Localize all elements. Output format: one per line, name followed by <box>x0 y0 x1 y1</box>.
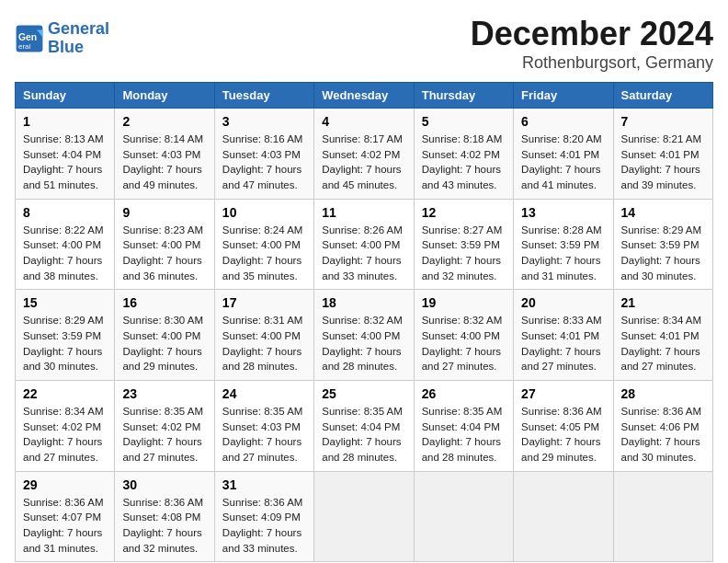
day-detail: Sunrise: 8:26 AM Sunset: 4:00 PM Dayligh… <box>322 223 405 284</box>
calendar-cell: 6Sunrise: 8:20 AM Sunset: 4:01 PM Daylig… <box>514 109 613 200</box>
dow-monday: Monday <box>115 83 214 109</box>
day-number: 31 <box>222 477 306 492</box>
calendar-cell: 13Sunrise: 8:28 AM Sunset: 3:59 PM Dayli… <box>514 199 613 290</box>
day-detail: Sunrise: 8:13 AM Sunset: 4:04 PM Dayligh… <box>23 132 107 193</box>
calendar-cell: 16Sunrise: 8:30 AM Sunset: 4:00 PM Dayli… <box>115 290 214 381</box>
day-detail: Sunrise: 8:34 AM Sunset: 4:01 PM Dayligh… <box>621 313 705 374</box>
dow-wednesday: Wednesday <box>314 83 414 109</box>
day-number: 16 <box>122 295 206 310</box>
day-number: 8 <box>23 205 107 220</box>
day-number: 17 <box>222 295 306 310</box>
day-number: 20 <box>521 295 605 310</box>
day-detail: Sunrise: 8:32 AM Sunset: 4:00 PM Dayligh… <box>422 313 506 374</box>
day-detail: Sunrise: 8:36 AM Sunset: 4:05 PM Dayligh… <box>521 404 605 465</box>
day-number: 22 <box>23 386 107 401</box>
day-number: 25 <box>322 386 405 401</box>
calendar-cell: 4Sunrise: 8:17 AM Sunset: 4:02 PM Daylig… <box>314 109 414 200</box>
day-number: 6 <box>521 114 605 129</box>
day-detail: Sunrise: 8:14 AM Sunset: 4:03 PM Dayligh… <box>122 132 206 193</box>
dow-saturday: Saturday <box>613 83 712 109</box>
week-row-4: 22Sunrise: 8:34 AM Sunset: 4:02 PM Dayli… <box>16 381 713 472</box>
day-detail: Sunrise: 8:28 AM Sunset: 3:59 PM Dayligh… <box>521 223 605 284</box>
calendar-title: December 2024 <box>471 15 713 53</box>
calendar-cell: 27Sunrise: 8:36 AM Sunset: 4:05 PM Dayli… <box>514 381 613 472</box>
logo: Gen eral General Blue <box>15 20 109 57</box>
day-number: 15 <box>23 295 107 310</box>
day-number: 5 <box>422 114 506 129</box>
day-detail: Sunrise: 8:16 AM Sunset: 4:03 PM Dayligh… <box>222 132 306 193</box>
day-detail: Sunrise: 8:35 AM Sunset: 4:04 PM Dayligh… <box>322 404 405 465</box>
day-detail: Sunrise: 8:29 AM Sunset: 3:59 PM Dayligh… <box>621 223 705 284</box>
day-number: 12 <box>422 205 506 220</box>
day-number: 19 <box>422 295 506 310</box>
day-number: 4 <box>322 114 405 129</box>
day-number: 13 <box>521 205 605 220</box>
day-detail: Sunrise: 8:36 AM Sunset: 4:07 PM Dayligh… <box>23 495 107 557</box>
calendar-cell: 10Sunrise: 8:24 AM Sunset: 4:00 PM Dayli… <box>214 199 313 290</box>
day-number: 26 <box>422 386 506 401</box>
calendar-cell: 25Sunrise: 8:35 AM Sunset: 4:04 PM Dayli… <box>314 381 414 472</box>
day-detail: Sunrise: 8:36 AM Sunset: 4:06 PM Dayligh… <box>621 404 705 465</box>
calendar-cell: 2Sunrise: 8:14 AM Sunset: 4:03 PM Daylig… <box>115 109 214 200</box>
calendar-cell: 22Sunrise: 8:34 AM Sunset: 4:02 PM Dayli… <box>16 381 115 472</box>
calendar-cell: 18Sunrise: 8:32 AM Sunset: 4:00 PM Dayli… <box>314 290 414 381</box>
page-header: Gen eral General Blue December 2024 Roth… <box>15 15 713 73</box>
day-detail: Sunrise: 8:31 AM Sunset: 4:00 PM Dayligh… <box>222 313 306 374</box>
day-detail: Sunrise: 8:36 AM Sunset: 4:08 PM Dayligh… <box>122 495 206 557</box>
day-number: 29 <box>23 477 107 492</box>
calendar-cell: 21Sunrise: 8:34 AM Sunset: 4:01 PM Dayli… <box>613 290 712 381</box>
calendar-cell: 9Sunrise: 8:23 AM Sunset: 4:00 PM Daylig… <box>115 199 214 290</box>
calendar-cell: 30Sunrise: 8:36 AM Sunset: 4:08 PM Dayli… <box>115 471 214 562</box>
calendar-cell: 20Sunrise: 8:33 AM Sunset: 4:01 PM Dayli… <box>514 290 613 381</box>
calendar-table: SundayMondayTuesdayWednesdayThursdayFrid… <box>15 82 713 562</box>
day-detail: Sunrise: 8:23 AM Sunset: 4:00 PM Dayligh… <box>122 223 206 284</box>
day-number: 28 <box>621 386 705 401</box>
day-detail: Sunrise: 8:27 AM Sunset: 3:59 PM Dayligh… <box>422 223 506 284</box>
dow-sunday: Sunday <box>16 83 115 109</box>
day-detail: Sunrise: 8:20 AM Sunset: 4:01 PM Dayligh… <box>521 132 605 193</box>
calendar-subtitle: Rothenburgsort, Germany <box>471 53 713 73</box>
week-row-1: 1Sunrise: 8:13 AM Sunset: 4:04 PM Daylig… <box>16 109 713 200</box>
day-number: 3 <box>222 114 306 129</box>
week-row-5: 29Sunrise: 8:36 AM Sunset: 4:07 PM Dayli… <box>16 471 713 562</box>
calendar-cell: 15Sunrise: 8:29 AM Sunset: 3:59 PM Dayli… <box>16 290 115 381</box>
day-detail: Sunrise: 8:21 AM Sunset: 4:01 PM Dayligh… <box>621 132 705 193</box>
calendar-cell: 17Sunrise: 8:31 AM Sunset: 4:00 PM Dayli… <box>214 290 313 381</box>
dow-tuesday: Tuesday <box>214 83 313 109</box>
logo-icon: Gen eral <box>15 24 44 53</box>
calendar-cell <box>314 471 414 562</box>
calendar-cell: 11Sunrise: 8:26 AM Sunset: 4:00 PM Dayli… <box>314 199 414 290</box>
day-detail: Sunrise: 8:35 AM Sunset: 4:04 PM Dayligh… <box>422 404 506 465</box>
day-detail: Sunrise: 8:17 AM Sunset: 4:02 PM Dayligh… <box>322 132 405 193</box>
dow-friday: Friday <box>514 83 613 109</box>
calendar-body: 1Sunrise: 8:13 AM Sunset: 4:04 PM Daylig… <box>16 109 713 562</box>
day-detail: Sunrise: 8:22 AM Sunset: 4:00 PM Dayligh… <box>23 223 107 284</box>
day-detail: Sunrise: 8:33 AM Sunset: 4:01 PM Dayligh… <box>521 313 605 374</box>
calendar-cell: 19Sunrise: 8:32 AM Sunset: 4:00 PM Dayli… <box>414 290 513 381</box>
dow-thursday: Thursday <box>414 83 513 109</box>
calendar-cell <box>414 471 513 562</box>
day-detail: Sunrise: 8:32 AM Sunset: 4:00 PM Dayligh… <box>322 313 405 374</box>
day-detail: Sunrise: 8:24 AM Sunset: 4:00 PM Dayligh… <box>222 223 306 284</box>
calendar-cell: 29Sunrise: 8:36 AM Sunset: 4:07 PM Dayli… <box>16 471 115 562</box>
day-number: 7 <box>621 114 705 129</box>
calendar-cell: 1Sunrise: 8:13 AM Sunset: 4:04 PM Daylig… <box>16 109 115 200</box>
day-detail: Sunrise: 8:36 AM Sunset: 4:09 PM Dayligh… <box>222 495 306 557</box>
day-number: 18 <box>322 295 405 310</box>
week-row-2: 8Sunrise: 8:22 AM Sunset: 4:00 PM Daylig… <box>16 199 713 290</box>
day-detail: Sunrise: 8:29 AM Sunset: 3:59 PM Dayligh… <box>23 313 107 374</box>
calendar-cell: 28Sunrise: 8:36 AM Sunset: 4:06 PM Dayli… <box>613 381 712 472</box>
day-detail: Sunrise: 8:35 AM Sunset: 4:03 PM Dayligh… <box>222 404 306 465</box>
calendar-cell: 14Sunrise: 8:29 AM Sunset: 3:59 PM Dayli… <box>613 199 712 290</box>
day-number: 21 <box>621 295 705 310</box>
day-number: 1 <box>23 114 107 129</box>
day-number: 2 <box>122 114 206 129</box>
day-detail: Sunrise: 8:35 AM Sunset: 4:02 PM Dayligh… <box>122 404 206 465</box>
logo-blue: Blue <box>48 38 84 56</box>
day-number: 10 <box>222 205 306 220</box>
week-row-3: 15Sunrise: 8:29 AM Sunset: 3:59 PM Dayli… <box>16 290 713 381</box>
calendar-cell: 12Sunrise: 8:27 AM Sunset: 3:59 PM Dayli… <box>414 199 513 290</box>
calendar-cell: 26Sunrise: 8:35 AM Sunset: 4:04 PM Dayli… <box>414 381 513 472</box>
calendar-cell <box>514 471 613 562</box>
calendar-cell: 24Sunrise: 8:35 AM Sunset: 4:03 PM Dayli… <box>214 381 313 472</box>
